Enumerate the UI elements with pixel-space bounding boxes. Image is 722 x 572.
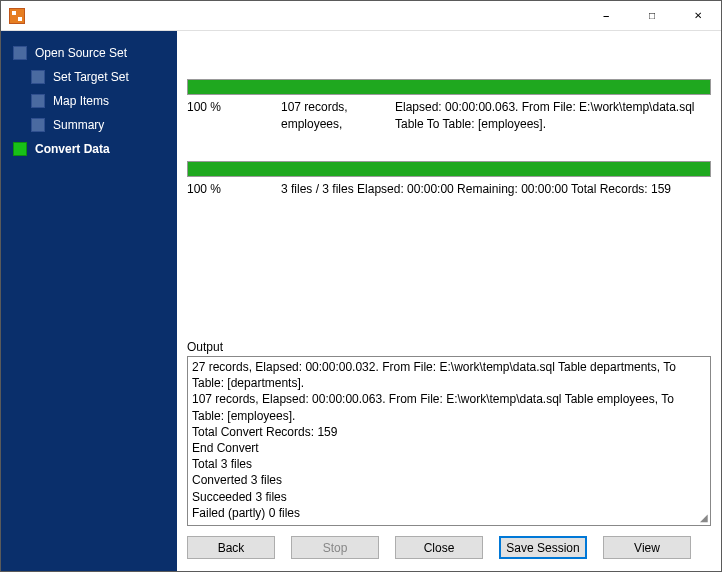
nav-map-items[interactable]: Map Items [1, 89, 177, 113]
output-line: 107 records, Elapsed: 00:00:00.063. From… [192, 391, 702, 423]
file-progress-info: 100 % 107 records, employees, Elapsed: 0… [187, 99, 711, 133]
nav-label: Convert Data [35, 142, 110, 156]
output-line: Converted 3 files [192, 472, 702, 488]
total-progress-detail: 3 files / 3 files Elapsed: 00:00:00 Rema… [281, 181, 711, 198]
progress-area: 100 % 107 records, employees, Elapsed: 0… [187, 39, 711, 340]
output-line: Total Convert Records: 159 [192, 424, 702, 440]
nav-label: Set Target Set [53, 70, 129, 84]
nav-label: Summary [53, 118, 104, 132]
step-box-icon [13, 142, 27, 156]
view-button[interactable]: View [603, 536, 691, 559]
output-textarea[interactable]: 27 records, Elapsed: 00:00:00.032. From … [187, 356, 711, 526]
step-box-icon [31, 118, 45, 132]
stop-button: Stop [291, 536, 379, 559]
total-progress-info: 100 % 3 files / 3 files Elapsed: 00:00:0… [187, 181, 711, 198]
nav-summary[interactable]: Summary [1, 113, 177, 137]
file-progress-records: 107 records, employees, [281, 99, 371, 133]
output-line: Total 3 files [192, 456, 702, 472]
titlebar: ‒ □ ✕ [1, 1, 721, 31]
close-button[interactable]: Close [395, 536, 483, 559]
file-progress-bar [187, 79, 711, 95]
wizard-sidebar: Open Source Set Set Target Set Map Items… [1, 31, 177, 571]
nav-convert-data[interactable]: Convert Data [1, 137, 177, 161]
file-progress-percent: 100 % [187, 99, 257, 133]
back-button[interactable]: Back [187, 536, 275, 559]
step-box-icon [31, 70, 45, 84]
button-row: Back Stop Close Save Session View [187, 526, 711, 563]
app-window: ‒ □ ✕ Open Source Set Set Target Set Map… [0, 0, 722, 572]
output-line: Failed (partly) 0 files [192, 505, 702, 521]
total-progress-bar [187, 161, 711, 177]
nav-set-target-set[interactable]: Set Target Set [1, 65, 177, 89]
body: Open Source Set Set Target Set Map Items… [1, 31, 721, 571]
output-line: End Convert [192, 440, 702, 456]
output-content: 27 records, Elapsed: 00:00:00.032. From … [192, 359, 706, 521]
step-box-icon [31, 94, 45, 108]
nav-label: Map Items [53, 94, 109, 108]
file-progress-detail: Elapsed: 00:00:00.063. From File: E:\wor… [395, 99, 711, 133]
minimize-button[interactable]: ‒ [583, 1, 629, 31]
output-line: Succeeded 3 files [192, 489, 702, 505]
app-icon [9, 8, 25, 24]
step-box-icon [13, 46, 27, 60]
maximize-button[interactable]: □ [629, 1, 675, 31]
save-session-button[interactable]: Save Session [499, 536, 587, 559]
nav-label: Open Source Set [35, 46, 127, 60]
resize-grip-icon[interactable]: ◢ [698, 513, 708, 523]
output-label: Output [187, 340, 711, 354]
nav-open-source-set[interactable]: Open Source Set [1, 41, 177, 65]
close-window-button[interactable]: ✕ [675, 1, 721, 31]
total-progress-percent: 100 % [187, 181, 257, 198]
main-panel: 100 % 107 records, employees, Elapsed: 0… [177, 31, 721, 571]
output-line: 27 records, Elapsed: 00:00:00.032. From … [192, 359, 702, 391]
